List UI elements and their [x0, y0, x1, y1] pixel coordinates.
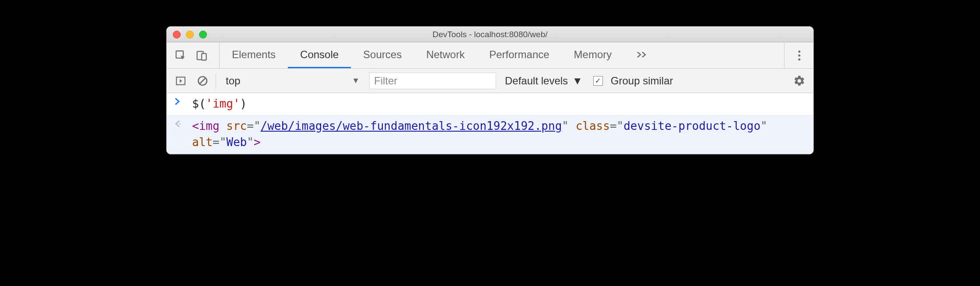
svg-line-8 [200, 78, 206, 84]
minimize-window-button[interactable] [186, 31, 194, 38]
context-selector[interactable]: top ▼ [220, 72, 365, 90]
tabbar-left-tools [172, 42, 220, 68]
svg-point-3 [798, 50, 801, 52]
svg-point-5 [798, 58, 801, 60]
traffic-lights [173, 31, 207, 38]
clear-console-icon[interactable] [194, 72, 211, 90]
inspect-element-icon[interactable] [172, 47, 189, 64]
svg-point-9 [179, 123, 181, 124]
log-levels-selector[interactable]: Default levels ▼ [505, 75, 583, 87]
kebab-menu-icon[interactable] [791, 47, 808, 64]
attr-alt-value: Web [226, 136, 247, 149]
console-body: $('img') <img src="/web/images/web-funda… [167, 93, 813, 154]
attr-src-value[interactable]: /web/images/web-fundamentals-icon192x192… [261, 119, 562, 133]
toggle-sidebar-icon[interactable] [172, 72, 189, 90]
code-string: 'img' [206, 97, 240, 110]
tabbar-right-tools [784, 42, 808, 68]
attr-src-name: src [226, 119, 247, 133]
devtools-tabbar: Elements Console Sources Network Perform… [167, 42, 813, 69]
console-input-code: $('img') [192, 96, 805, 112]
filter-input[interactable] [369, 73, 496, 89]
attr-class-name: class [576, 119, 610, 133]
chevron-down-icon: ▼ [352, 76, 360, 85]
panel-tabs: Elements Console Sources Network Perform… [220, 42, 784, 68]
console-output-code: <img src="/web/images/web-fundamentals-i… [192, 118, 805, 151]
svg-point-4 [798, 54, 801, 56]
tab-console[interactable]: Console [288, 42, 351, 68]
svg-rect-2 [202, 53, 206, 60]
group-similar-label: Group similar [611, 75, 673, 87]
chevron-double-right-icon [636, 51, 648, 59]
device-toolbar-icon[interactable] [193, 47, 210, 64]
input-prompt-icon [175, 96, 192, 112]
tab-elements[interactable]: Elements [220, 42, 288, 68]
console-settings-icon[interactable] [791, 72, 808, 90]
separator [216, 73, 216, 89]
tab-network[interactable]: Network [414, 42, 477, 68]
attr-class-value: devsite-product-logo [623, 119, 760, 133]
close-window-button[interactable] [173, 31, 181, 38]
group-similar-checkbox[interactable]: ✓ [593, 76, 603, 86]
window-title: DevTools - localhost:8080/web/ [433, 30, 548, 39]
tab-performance[interactable]: Performance [477, 42, 561, 68]
tab-memory[interactable]: Memory [562, 42, 624, 68]
chevron-down-icon: ▼ [572, 75, 583, 87]
levels-label: Default levels [505, 75, 568, 87]
element-tag: img [199, 119, 220, 133]
zoom-window-button[interactable] [199, 31, 207, 38]
console-output-row[interactable]: <img src="/web/images/web-fundamentals-i… [167, 115, 813, 154]
tab-sources[interactable]: Sources [351, 42, 414, 68]
code-fn: $ [192, 97, 199, 110]
tab-overflow[interactable] [624, 42, 661, 68]
titlebar: DevTools - localhost:8080/web/ [167, 27, 813, 42]
output-indicator-icon [175, 118, 192, 151]
attr-alt-name: alt [192, 136, 213, 149]
context-value: top [226, 75, 240, 87]
devtools-window: DevTools - localhost:8080/web/ Elements … [166, 26, 814, 154]
console-toolbar: top ▼ Default levels ▼ ✓ Group similar [167, 69, 813, 93]
console-input-row[interactable]: $('img') [167, 93, 813, 115]
